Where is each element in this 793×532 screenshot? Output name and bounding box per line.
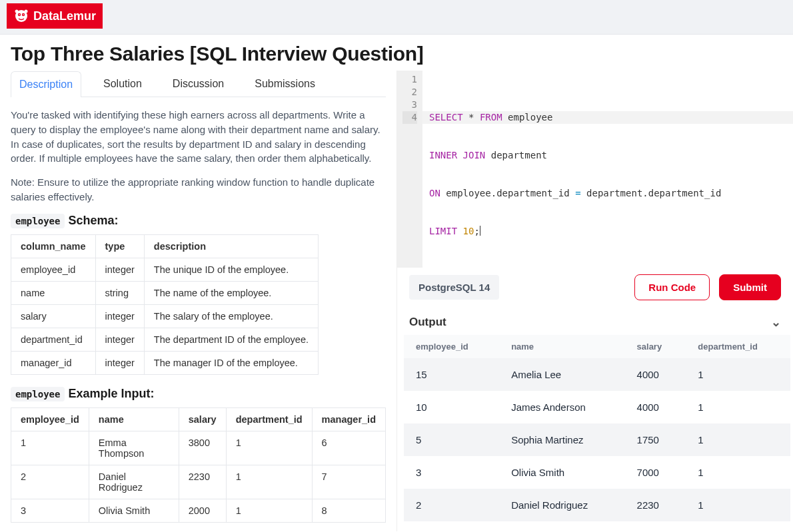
- table-cell: name: [11, 281, 96, 304]
- table-row: namestringThe name of the employee.: [11, 281, 319, 304]
- language-tag[interactable]: PostgreSQL 14: [409, 275, 499, 300]
- results-cell: 1: [686, 391, 790, 423]
- example-heading-suffix: Example Input:: [65, 387, 154, 400]
- table-cell: 1: [226, 465, 312, 499]
- results-row: 15Amelia Lee40001: [404, 358, 790, 391]
- page-title: Top Three Salaries [SQL Interview Questi…: [0, 35, 793, 71]
- brand-name: DataLemur: [33, 9, 96, 23]
- results-cell: 3: [404, 456, 499, 489]
- schema-heading-suffix: Schema:: [65, 214, 118, 227]
- results-cell: James Anderson: [499, 391, 624, 423]
- svg-point-3: [19, 14, 20, 15]
- gutter-line: 4: [402, 111, 417, 124]
- results-cell: 4000: [625, 358, 686, 391]
- results-cell: Olivia Smith: [499, 456, 624, 489]
- results-row: 5Sophia Martinez17501: [404, 423, 790, 456]
- table-cell: 8: [312, 499, 385, 522]
- table-row: manager_idintegerThe manager ID of the e…: [11, 351, 319, 374]
- results-cell: 1: [686, 358, 790, 391]
- example-table-name: employee: [11, 387, 65, 401]
- table-cell: 2230: [179, 465, 226, 499]
- table-cell: Daniel Rodriguez: [89, 465, 179, 499]
- table-row: employee_idintegerThe unique ID of the e…: [11, 258, 319, 281]
- description-body: You're tasked with identifying these hig…: [11, 108, 386, 523]
- table-row: salaryintegerThe salary of the employee.: [11, 304, 319, 328]
- brand-logo[interactable]: DataLemur: [7, 3, 103, 29]
- results-cell: Amelia Lee: [499, 358, 624, 391]
- table-cell: 3800: [179, 431, 226, 465]
- svg-point-6: [25, 10, 28, 13]
- results-table: employee_idnamesalarydepartment_id 15Ame…: [404, 335, 790, 521]
- example-table: employee_idnamesalarydepartment_idmanage…: [11, 407, 386, 523]
- results-cell: 5: [404, 423, 499, 456]
- table-cell: salary: [11, 304, 96, 328]
- schema-table-name: employee: [11, 214, 65, 228]
- table-cell: string: [95, 281, 144, 304]
- results-cell: Sophia Martinez: [499, 423, 624, 456]
- table-header: employee_id: [11, 407, 89, 431]
- output-results: employee_idnamesalarydepartment_id 15Ame…: [397, 335, 793, 532]
- results-cell: 2230: [625, 489, 686, 521]
- results-row: 3Olivia Smith70001: [404, 456, 790, 489]
- results-row: 2Daniel Rodriguez22301: [404, 489, 790, 521]
- table-row: 1Emma Thompson380016: [11, 431, 386, 465]
- results-header: salary: [625, 335, 686, 358]
- gutter-line: 2: [402, 86, 417, 99]
- main-split: Description Solution Discussion Submissi…: [0, 71, 793, 531]
- schema-col: column_name: [11, 234, 96, 258]
- desc-para-2: Note: Ensure to utilize the appropriate …: [11, 175, 386, 204]
- table-cell: The name of the employee.: [144, 281, 318, 304]
- output-header[interactable]: Output ⌄: [397, 307, 793, 335]
- table-cell: The salary of the employee.: [144, 304, 318, 328]
- results-cell: 1750: [625, 423, 686, 456]
- table-cell: 1: [226, 499, 312, 522]
- table-cell: The manager ID of the employee.: [144, 351, 318, 374]
- tab-description[interactable]: Description: [11, 71, 81, 97]
- run-bar: PostgreSQL 14 Run Code Submit: [397, 268, 793, 307]
- results-cell: 2: [404, 489, 499, 521]
- svg-point-5: [15, 10, 19, 13]
- code-editor[interactable]: 1 2 3 4 SELECT * FROM employee INNER JOI…: [397, 71, 793, 268]
- results-cell: 10: [404, 391, 499, 423]
- results-cell: 1: [686, 456, 790, 489]
- table-header: manager_id: [312, 407, 385, 431]
- results-row: 10James Anderson40001: [404, 391, 790, 423]
- editor-gutter: 1 2 3 4: [397, 71, 422, 268]
- run-code-button[interactable]: Run Code: [634, 274, 710, 300]
- table-cell: 7: [312, 465, 385, 499]
- results-cell: 7000: [625, 456, 686, 489]
- table-cell: 2000: [179, 499, 226, 522]
- results-header: employee_id: [404, 335, 499, 358]
- tab-submissions[interactable]: Submissions: [246, 71, 324, 97]
- table-cell: The unique ID of the employee.: [144, 258, 318, 281]
- tab-solution[interactable]: Solution: [95, 71, 151, 97]
- table-row: 3Olivia Smith200018: [11, 499, 386, 522]
- table-cell: Emma Thompson: [89, 431, 179, 465]
- table-header: name: [89, 407, 179, 431]
- right-pane: 1 2 3 4 SELECT * FROM employee INNER JOI…: [396, 71, 793, 531]
- submit-button[interactable]: Submit: [719, 274, 781, 300]
- schema-col: description: [144, 234, 318, 258]
- table-cell: integer: [95, 328, 144, 351]
- lemur-icon: [13, 8, 29, 24]
- table-header: salary: [179, 407, 226, 431]
- table-cell: integer: [95, 258, 144, 281]
- gutter-line: 3: [402, 99, 417, 111]
- table-cell: 6: [312, 431, 385, 465]
- chevron-down-icon[interactable]: ⌄: [771, 315, 781, 330]
- table-header: department_id: [226, 407, 312, 431]
- table-cell: integer: [95, 304, 144, 328]
- schema-col: type: [95, 234, 144, 258]
- table-cell: manager_id: [11, 351, 96, 374]
- tab-discussion[interactable]: Discussion: [164, 71, 233, 97]
- results-cell: 15: [404, 358, 499, 391]
- left-pane: Description Solution Discussion Submissi…: [0, 71, 396, 531]
- tab-bar: Description Solution Discussion Submissi…: [11, 71, 386, 97]
- results-header: department_id: [686, 335, 790, 358]
- editor-code[interactable]: SELECT * FROM employee INNER JOIN depart…: [422, 71, 793, 268]
- table-cell: The department ID of the employee.: [144, 328, 318, 351]
- table-cell: 2: [11, 465, 89, 499]
- desc-para-1: You're tasked with identifying these hig…: [11, 108, 386, 166]
- table-cell: integer: [95, 351, 144, 374]
- results-header: name: [499, 335, 624, 358]
